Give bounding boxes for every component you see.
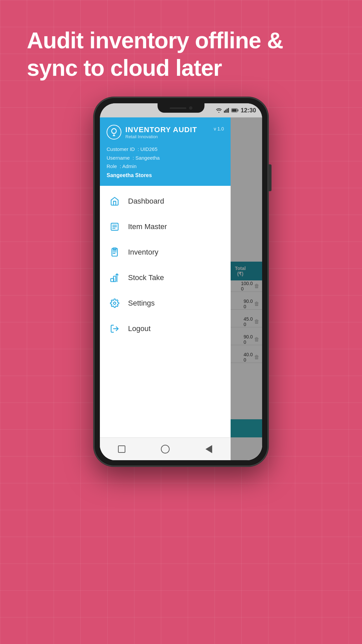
logout-label: Logout bbox=[128, 324, 150, 333]
bulb-icon bbox=[109, 127, 119, 137]
nav-home-button[interactable] bbox=[159, 443, 171, 455]
stock-take-label: Stock Take bbox=[128, 273, 164, 282]
role-row: Role : Admin bbox=[107, 162, 224, 171]
menu-item-settings[interactable]: Settings bbox=[100, 290, 231, 316]
menu-item-logout[interactable]: Logout bbox=[100, 316, 231, 341]
app-logo bbox=[107, 125, 121, 140]
username-value: Sangeetha bbox=[135, 155, 160, 161]
menu-item-item-master[interactable]: Item Master bbox=[100, 214, 231, 239]
customer-id-label: Customer ID bbox=[107, 146, 135, 152]
customer-id-value: UID265 bbox=[140, 146, 158, 152]
phone-device: 12:30 Total(₹) 100.00 🗑 90.00 🗑 bbox=[94, 97, 268, 466]
customer-id-row: Customer ID : UID265 bbox=[107, 145, 224, 154]
gear-icon bbox=[109, 298, 120, 309]
svg-point-20 bbox=[114, 302, 116, 304]
phone-screen: 12:30 Total(₹) 100.00 🗑 90.00 🗑 bbox=[100, 103, 262, 460]
stock-icon bbox=[109, 272, 120, 283]
app-title-row: INVENTORY AUDIT Retail Innovation v 1.0 bbox=[107, 125, 224, 140]
dashboard-label: Dashboard bbox=[128, 197, 164, 206]
store-name: Sangeetha Stores bbox=[107, 171, 224, 180]
nav-square-button[interactable] bbox=[116, 443, 128, 455]
svg-rect-7 bbox=[232, 109, 237, 112]
clipboard-icon bbox=[109, 247, 120, 258]
svg-rect-4 bbox=[228, 108, 229, 113]
menu-item-stock-take[interactable]: Stock Take bbox=[100, 265, 231, 290]
item-master-label: Item Master bbox=[128, 222, 167, 231]
triangle-icon bbox=[205, 445, 212, 453]
battery-icon bbox=[231, 108, 239, 112]
app-version: v 1.0 bbox=[214, 126, 224, 131]
list-icon bbox=[109, 221, 120, 232]
svg-rect-3 bbox=[227, 109, 228, 113]
home-icon bbox=[109, 196, 120, 207]
settings-label: Settings bbox=[128, 299, 155, 308]
inventory-label: Inventory bbox=[128, 248, 159, 257]
screen-content: Total(₹) 100.00 🗑 90.00 🗑 45.00 🗑 9 bbox=[100, 117, 262, 460]
notch bbox=[158, 103, 204, 113]
navigation-drawer: INVENTORY AUDIT Retail Innovation v 1.0 … bbox=[100, 117, 231, 460]
svg-rect-6 bbox=[237, 109, 238, 111]
role-label: Role bbox=[107, 163, 117, 169]
status-bar: 12:30 bbox=[100, 103, 262, 117]
svg-point-0 bbox=[218, 112, 219, 113]
camera bbox=[189, 106, 192, 110]
role-value: Admin bbox=[122, 163, 137, 169]
svg-rect-2 bbox=[225, 110, 226, 113]
wifi-icon bbox=[216, 108, 222, 113]
bottom-navigation bbox=[100, 437, 231, 460]
app-name: INVENTORY AUDIT bbox=[125, 125, 197, 134]
status-icons: 12:30 bbox=[216, 107, 256, 114]
nav-back-button[interactable] bbox=[203, 443, 215, 455]
svg-rect-1 bbox=[224, 111, 225, 113]
drawer-header: INVENTORY AUDIT Retail Innovation v 1.0 … bbox=[100, 117, 231, 186]
app-subtitle: Retail Innovation bbox=[125, 134, 197, 139]
hero-text: Audit inventory offline & sync to cloud … bbox=[27, 27, 335, 82]
username-row: Username : Sangeetha bbox=[107, 154, 224, 162]
menu-item-dashboard[interactable]: Dashboard bbox=[100, 189, 231, 214]
phone-frame: 12:30 Total(₹) 100.00 🗑 90.00 🗑 bbox=[94, 97, 268, 466]
time-display: 12:30 bbox=[241, 107, 256, 114]
menu-item-inventory[interactable]: Inventory bbox=[100, 239, 231, 265]
drawer-menu: Dashboard bbox=[100, 186, 231, 437]
svg-rect-19 bbox=[114, 276, 116, 281]
circle-icon bbox=[161, 445, 170, 453]
speaker bbox=[170, 107, 186, 109]
signal-icon bbox=[224, 108, 229, 113]
logout-icon bbox=[109, 323, 120, 334]
square-icon bbox=[118, 445, 125, 453]
user-info: Customer ID : UID265 Username : Sangeeth… bbox=[107, 145, 224, 180]
app-name-block: INVENTORY AUDIT Retail Innovation bbox=[125, 125, 197, 139]
username-label: Username bbox=[107, 155, 130, 161]
